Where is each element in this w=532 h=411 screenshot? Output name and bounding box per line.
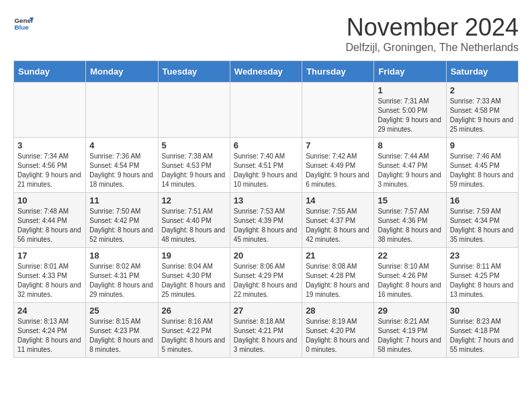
day-info: Sunrise: 7:53 AM Sunset: 4:39 PM Dayligh… xyxy=(234,207,298,244)
calendar-cell: 1Sunrise: 7:31 AM Sunset: 5:00 PM Daylig… xyxy=(374,83,446,138)
day-number: 29 xyxy=(378,306,442,316)
day-number: 14 xyxy=(306,195,370,205)
day-number: 3 xyxy=(17,140,82,150)
day-number: 25 xyxy=(89,306,154,316)
day-number: 24 xyxy=(17,306,82,316)
calendar-cell: 12Sunrise: 7:51 AM Sunset: 4:40 PM Dayli… xyxy=(158,193,230,248)
day-number: 20 xyxy=(234,250,298,261)
day-info: Sunrise: 8:08 AM Sunset: 4:28 PM Dayligh… xyxy=(306,262,370,300)
calendar-cell: 2Sunrise: 7:33 AM Sunset: 4:58 PM Daylig… xyxy=(446,83,518,138)
calendar-cell: 16Sunrise: 7:59 AM Sunset: 4:34 PM Dayli… xyxy=(446,193,518,248)
day-number: 19 xyxy=(162,250,226,261)
calendar-cell xyxy=(302,83,374,138)
day-number: 12 xyxy=(162,195,226,205)
logo-icon: General Blue xyxy=(13,13,34,34)
title-area: November 2024 Delfzijl, Groningen, The N… xyxy=(345,13,519,54)
day-number: 8 xyxy=(378,140,442,150)
header-wednesday: Wednesday xyxy=(230,61,302,83)
calendar-cell: 15Sunrise: 7:57 AM Sunset: 4:36 PM Dayli… xyxy=(374,193,446,248)
day-number: 7 xyxy=(306,140,370,150)
day-info: Sunrise: 7:55 AM Sunset: 4:37 PM Dayligh… xyxy=(306,207,370,244)
day-number: 6 xyxy=(234,140,298,150)
day-number: 2 xyxy=(450,85,515,95)
day-info: Sunrise: 7:46 AM Sunset: 4:45 PM Dayligh… xyxy=(450,152,515,189)
calendar-cell: 25Sunrise: 8:15 AM Sunset: 4:23 PM Dayli… xyxy=(86,303,158,358)
header-tuesday: Tuesday xyxy=(158,61,230,83)
day-info: Sunrise: 8:16 AM Sunset: 4:22 PM Dayligh… xyxy=(162,317,226,355)
day-number: 17 xyxy=(17,250,82,261)
calendar-cell: 17Sunrise: 8:01 AM Sunset: 4:33 PM Dayli… xyxy=(14,248,86,303)
day-number: 16 xyxy=(450,195,515,205)
calendar-week-4: 24Sunrise: 8:13 AM Sunset: 4:24 PM Dayli… xyxy=(14,303,519,358)
calendar-cell: 26Sunrise: 8:16 AM Sunset: 4:22 PM Dayli… xyxy=(158,303,230,358)
day-info: Sunrise: 8:18 AM Sunset: 4:21 PM Dayligh… xyxy=(234,317,298,355)
calendar-cell: 9Sunrise: 7:46 AM Sunset: 4:45 PM Daylig… xyxy=(446,138,518,193)
calendar-cell: 21Sunrise: 8:08 AM Sunset: 4:28 PM Dayli… xyxy=(302,248,374,303)
calendar-cell: 8Sunrise: 7:44 AM Sunset: 4:47 PM Daylig… xyxy=(374,138,446,193)
calendar-cell: 23Sunrise: 8:11 AM Sunset: 4:25 PM Dayli… xyxy=(446,248,518,303)
day-number: 10 xyxy=(17,195,82,205)
day-number: 22 xyxy=(378,250,442,261)
day-info: Sunrise: 7:38 AM Sunset: 4:53 PM Dayligh… xyxy=(162,152,226,189)
calendar-week-2: 10Sunrise: 7:48 AM Sunset: 4:44 PM Dayli… xyxy=(14,193,519,248)
day-info: Sunrise: 8:06 AM Sunset: 4:29 PM Dayligh… xyxy=(234,262,298,300)
day-number: 13 xyxy=(234,195,298,205)
calendar-cell: 5Sunrise: 7:38 AM Sunset: 4:53 PM Daylig… xyxy=(158,138,230,193)
day-number: 4 xyxy=(89,140,154,150)
calendar-week-3: 17Sunrise: 8:01 AM Sunset: 4:33 PM Dayli… xyxy=(14,248,519,303)
day-number: 28 xyxy=(306,306,370,316)
calendar-cell xyxy=(230,83,302,138)
day-info: Sunrise: 8:11 AM Sunset: 4:25 PM Dayligh… xyxy=(450,262,515,300)
calendar-cell xyxy=(86,83,158,138)
calendar-cell: 14Sunrise: 7:55 AM Sunset: 4:37 PM Dayli… xyxy=(302,193,374,248)
day-info: Sunrise: 7:40 AM Sunset: 4:51 PM Dayligh… xyxy=(234,152,298,189)
calendar-cell: 18Sunrise: 8:02 AM Sunset: 4:31 PM Dayli… xyxy=(86,248,158,303)
subtitle: Delfzijl, Groningen, The Netherlands xyxy=(345,42,519,54)
header-friday: Friday xyxy=(374,61,446,83)
calendar-cell: 20Sunrise: 8:06 AM Sunset: 4:29 PM Dayli… xyxy=(230,248,302,303)
calendar-cell: 3Sunrise: 7:34 AM Sunset: 4:56 PM Daylig… xyxy=(14,138,86,193)
day-number: 5 xyxy=(162,140,226,150)
day-info: Sunrise: 8:02 AM Sunset: 4:31 PM Dayligh… xyxy=(89,262,154,300)
day-info: Sunrise: 8:23 AM Sunset: 4:18 PM Dayligh… xyxy=(450,317,515,355)
day-info: Sunrise: 7:57 AM Sunset: 4:36 PM Dayligh… xyxy=(378,207,442,244)
header-monday: Monday xyxy=(86,61,158,83)
day-info: Sunrise: 8:01 AM Sunset: 4:33 PM Dayligh… xyxy=(17,262,82,300)
day-info: Sunrise: 7:44 AM Sunset: 4:47 PM Dayligh… xyxy=(378,152,442,189)
day-info: Sunrise: 7:31 AM Sunset: 5:00 PM Dayligh… xyxy=(378,97,442,134)
month-title: November 2024 xyxy=(345,13,519,42)
calendar-table: Sunday Monday Tuesday Wednesday Thursday… xyxy=(13,60,519,358)
calendar-week-0: 1Sunrise: 7:31 AM Sunset: 5:00 PM Daylig… xyxy=(14,83,519,138)
header: General Blue November 2024 Delfzijl, Gro… xyxy=(13,13,519,54)
day-info: Sunrise: 8:13 AM Sunset: 4:24 PM Dayligh… xyxy=(17,317,82,355)
day-number: 26 xyxy=(162,306,226,316)
day-number: 30 xyxy=(450,306,515,316)
calendar-header-row: Sunday Monday Tuesday Wednesday Thursday… xyxy=(14,61,519,83)
calendar-cell xyxy=(158,83,230,138)
day-info: Sunrise: 7:36 AM Sunset: 4:54 PM Dayligh… xyxy=(89,152,154,189)
day-info: Sunrise: 8:10 AM Sunset: 4:26 PM Dayligh… xyxy=(378,262,442,300)
calendar-cell xyxy=(14,83,86,138)
header-sunday: Sunday xyxy=(14,61,86,83)
day-number: 15 xyxy=(378,195,442,205)
day-number: 27 xyxy=(234,306,298,316)
day-number: 18 xyxy=(89,250,154,261)
calendar-cell: 4Sunrise: 7:36 AM Sunset: 4:54 PM Daylig… xyxy=(86,138,158,193)
day-info: Sunrise: 7:50 AM Sunset: 4:42 PM Dayligh… xyxy=(89,207,154,244)
logo: General Blue xyxy=(13,13,34,34)
calendar-cell: 7Sunrise: 7:42 AM Sunset: 4:49 PM Daylig… xyxy=(302,138,374,193)
calendar-cell: 27Sunrise: 8:18 AM Sunset: 4:21 PM Dayli… xyxy=(230,303,302,358)
calendar-cell: 6Sunrise: 7:40 AM Sunset: 4:51 PM Daylig… xyxy=(230,138,302,193)
day-info: Sunrise: 8:04 AM Sunset: 4:30 PM Dayligh… xyxy=(162,262,226,300)
calendar-cell: 30Sunrise: 8:23 AM Sunset: 4:18 PM Dayli… xyxy=(446,303,518,358)
day-info: Sunrise: 7:34 AM Sunset: 4:56 PM Dayligh… xyxy=(17,152,82,189)
calendar-cell: 28Sunrise: 8:19 AM Sunset: 4:20 PM Dayli… xyxy=(302,303,374,358)
calendar-cell: 29Sunrise: 8:21 AM Sunset: 4:19 PM Dayli… xyxy=(374,303,446,358)
header-thursday: Thursday xyxy=(302,61,374,83)
day-number: 9 xyxy=(450,140,515,150)
calendar-cell: 13Sunrise: 7:53 AM Sunset: 4:39 PM Dayli… xyxy=(230,193,302,248)
calendar-cell: 24Sunrise: 8:13 AM Sunset: 4:24 PM Dayli… xyxy=(14,303,86,358)
calendar-cell: 22Sunrise: 8:10 AM Sunset: 4:26 PM Dayli… xyxy=(374,248,446,303)
calendar-week-1: 3Sunrise: 7:34 AM Sunset: 4:56 PM Daylig… xyxy=(14,138,519,193)
day-info: Sunrise: 8:21 AM Sunset: 4:19 PM Dayligh… xyxy=(378,317,442,355)
